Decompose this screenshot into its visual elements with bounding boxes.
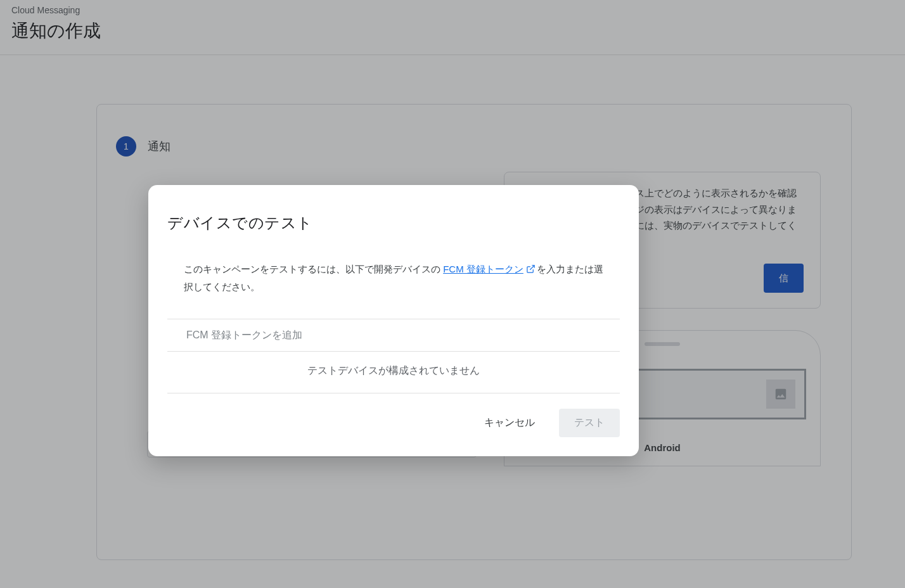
external-link-icon xyxy=(526,262,536,279)
dialog-actions: キャンセル テスト xyxy=(167,393,620,437)
test-button[interactable]: テスト xyxy=(559,409,620,437)
dialog-msg-before: このキャンペーンをテストするには、以下で開発デバイスの xyxy=(184,264,443,274)
svg-line-0 xyxy=(530,265,534,270)
cancel-button[interactable]: キャンセル xyxy=(473,410,546,436)
test-on-device-dialog: デバイスでのテスト このキャンペーンをテストするには、以下で開発デバイスの FC… xyxy=(148,185,639,456)
empty-state-text: テストデバイスが構成されていません xyxy=(167,352,620,393)
dialog-title: デバイスでのテスト xyxy=(167,213,620,233)
fcm-token-input[interactable] xyxy=(167,319,620,351)
token-input-wrap xyxy=(167,319,620,352)
dialog-message: このキャンペーンをテストするには、以下で開発デバイスの FCM 登録トークンを入… xyxy=(167,261,620,319)
fcm-token-link[interactable]: FCM 登録トークン xyxy=(443,264,537,274)
